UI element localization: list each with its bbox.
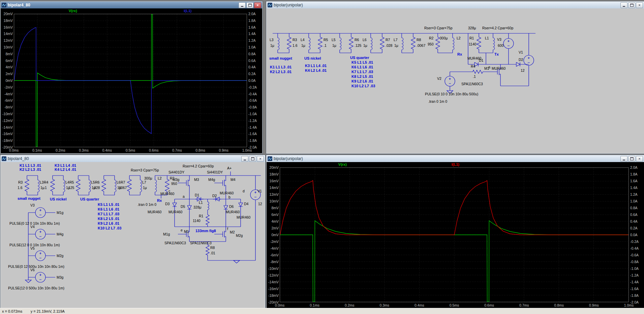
schematic-label: .028: [386, 43, 393, 48]
schematic-label: L3: [270, 38, 274, 42]
schematic-canvas[interactable]: K1 L1 L3 .01K2 L2 L3 .01K3 L1 L4 .01K4 L…: [1, 162, 265, 308]
titlebar[interactable]: bipolar(unipolar) ×: [267, 155, 644, 162]
axis-tick-label: 16mV: [270, 179, 279, 183]
close-button[interactable]: ×: [636, 156, 643, 162]
minimize-icon: [244, 160, 246, 160]
schematic-label: L7: [142, 180, 146, 184]
axis-tick-label: 0.9ms: [589, 303, 599, 307]
legend-il1[interactable]: I(L1): [452, 162, 459, 166]
schematic-pane[interactable]: L31μR31.6L41μR5.1L51μR6.125L61μR7.028L71…: [267, 8, 644, 153]
schematic-label: .028: [93, 186, 100, 190]
schematic-label: R8: [210, 246, 215, 250]
axis-tick-label: 6mV: [5, 59, 13, 63]
titlebar[interactable]: bipolar4_80 ×: [1, 2, 262, 8]
schematic-label: d: [243, 189, 245, 193]
axis-tick-label: 0.2A: [248, 72, 256, 76]
axis-tick-label: -1.2A: [630, 273, 639, 277]
close-button[interactable]: ×: [254, 2, 261, 8]
window-waveform-bipolar4_80[interactable]: bipolar4_80 × V(rx) I(L1) 20mV18mV16mV14…: [0, 1, 263, 154]
minimize-button[interactable]: [239, 2, 246, 8]
schematic-label: K1 L1 L3 .01: [270, 65, 292, 69]
window-schematic-bipolar4_80[interactable]: bipolar4_80 ×: [0, 155, 266, 309]
axis-tick-label: 0.8ms: [554, 303, 564, 307]
schematic-label: K10 L2 L7 .03: [98, 226, 121, 230]
schematic-label: R6: [95, 180, 100, 184]
restore-button[interactable]: [249, 156, 256, 162]
schematic-label: M3g: [57, 275, 64, 279]
schematic-label: SPA11N60C3: [190, 241, 212, 245]
axis-tick-label: 10mV: [270, 199, 279, 203]
schematic-label: e: [181, 228, 183, 232]
axis-tick-label: -18mV: [2, 138, 13, 143]
titlebar[interactable]: bipolar(unipolar) ×: [267, 2, 644, 8]
axis-tick-label: 8mV: [271, 206, 279, 210]
window-schematic-bipolar-unipolar[interactable]: bipolar(unipolar) ×: [266, 1, 644, 154]
schematic-label: a: [183, 194, 185, 198]
schematic-label: D4: [244, 202, 249, 206]
axis-tick-label: 0.6A: [248, 59, 256, 63]
schematic-label: R2: [429, 36, 434, 40]
close-button[interactable]: ×: [257, 156, 264, 162]
schematic-label: V3: [30, 203, 35, 207]
waveform-pane[interactable]: V(rx) I(L1) 20mV18mV16mV14mV12mV10mV8mV6…: [1, 8, 262, 153]
schematic-label: US quarter: [350, 56, 369, 60]
axis-tick-label: 1.0A: [248, 45, 256, 49]
titlebar[interactable]: bipolar4_80 ×: [1, 155, 265, 162]
waveform-plot[interactable]: [14, 14, 247, 147]
schematic-label: 12: [521, 68, 525, 72]
axis-tick-label: 20mV: [270, 165, 279, 169]
axis-tick-label: 0.2ms: [345, 303, 355, 307]
close-button[interactable]: ×: [636, 2, 643, 8]
window-title: bipolar4_80: [8, 156, 240, 161]
schematic-label: K7 L1 L7 .03: [351, 70, 373, 74]
axis-tick-label: -1.6A: [248, 132, 257, 136]
restore-button[interactable]: [628, 156, 635, 162]
schematic-label: A+: [227, 166, 232, 170]
schematic-label: V2: [437, 76, 441, 81]
minimize-button[interactable]: [620, 2, 627, 8]
schematic-label: D2: [212, 194, 217, 198]
schematic-canvas[interactable]: L31μR31.6L41μR5.1L51μR6.125L61μR7.028L71…: [267, 8, 644, 153]
legend-vrx[interactable]: V(rx): [69, 9, 77, 13]
schematic-label: Rser=3 Cpar=75p: [131, 168, 159, 172]
schematic-label: .0067: [118, 186, 127, 190]
axis-tick-label: 2mV: [5, 72, 13, 76]
axis-tick-label: 1.4A: [630, 186, 638, 190]
window-waveform-bipolar-unipolar[interactable]: bipolar(unipolar) × V(rx) I(L1) 20mV18mV…: [266, 155, 644, 309]
restore-button[interactable]: [246, 2, 253, 8]
waveform-plot[interactable]: [280, 168, 628, 302]
schematic-label: PULSE(0 10 0 10n 10n 80u 500u): [425, 92, 478, 96]
trace-I(L1): [280, 181, 628, 235]
axis-tick-label: 1.4A: [248, 32, 256, 36]
ltspice-window-icon: [268, 3, 272, 7]
axis-tick-label: 14mV: [4, 32, 13, 36]
axis-tick-label: 0.2A: [630, 226, 638, 230]
schematic-components: [278, 33, 534, 93]
schematic-label: 1μ: [363, 43, 367, 48]
waveform-pane[interactable]: V(rx) I(L1) 20mV18mV16mV14mV12mV10mV8mV6…: [267, 162, 644, 308]
restore-button[interactable]: [628, 2, 635, 8]
schematic-pane[interactable]: K1 L1 L3 .01K2 L2 L3 .01K3 L1 L4 .01K4 L…: [1, 162, 265, 308]
legend-il1[interactable]: I(L1): [184, 9, 191, 13]
schematic-label: SPA11N60C3: [461, 82, 483, 86]
schematic-label: R1: [199, 214, 204, 218]
axis-tick-label: -1.0A: [248, 112, 257, 116]
schematic-label: .tran 0 1m 0: [428, 99, 447, 103]
schematic-label: V3: [497, 37, 501, 41]
legend-vrx[interactable]: V(rx): [338, 162, 347, 166]
axis-tick-label: -6mV: [270, 253, 279, 257]
axis-tick-label: 18mV: [4, 19, 13, 23]
schematic-label: 1.6: [293, 43, 298, 48]
axis-tick-label: 0.4ms: [102, 148, 112, 152]
window-title: bipolar4_80: [8, 3, 237, 7]
axis-tick-label: 0.5ms: [126, 148, 135, 152]
schematic-label: K6 L1 L6 .01: [351, 65, 373, 69]
axis-tick-label: 0.8A: [630, 206, 638, 210]
schematic-label: D5: [181, 205, 185, 209]
minimize-button[interactable]: [620, 156, 627, 162]
y-axis-right: 2.0A1.8A1.6A1.4A1.2A1.0A0.8A0.6A0.4A0.2A…: [629, 167, 644, 302]
schematic-label: R4: [471, 64, 476, 68]
minimize-button[interactable]: [241, 156, 248, 162]
axis-tick-label: -0.6A: [630, 253, 639, 257]
schematic-label: L5: [332, 38, 336, 42]
